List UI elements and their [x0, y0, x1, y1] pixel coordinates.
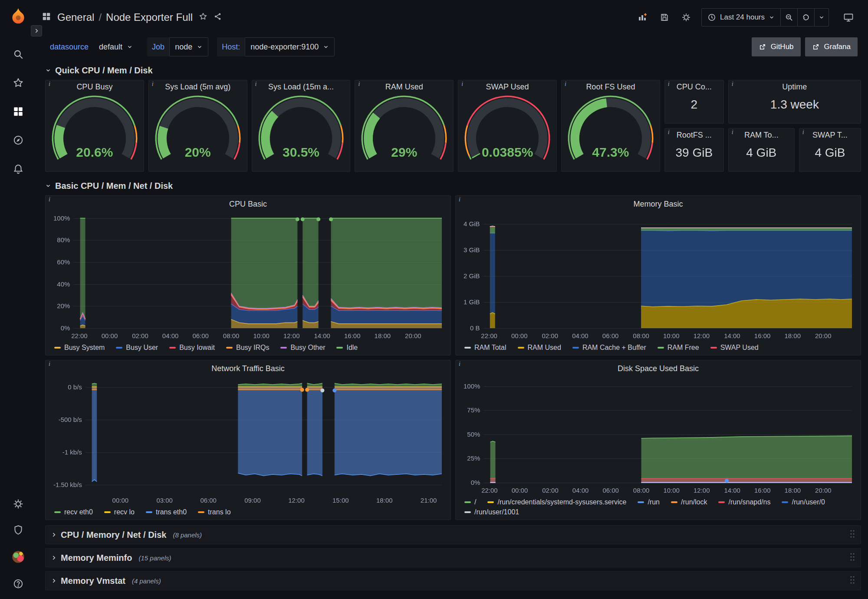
- panel-info-icon[interactable]: i: [49, 196, 50, 203]
- starred-dashboards-icon[interactable]: [13, 77, 24, 89]
- panel-title[interactable]: CPU Co...: [665, 80, 723, 93]
- panel-info-icon[interactable]: i: [668, 129, 670, 136]
- panel-info-icon[interactable]: i: [732, 81, 733, 88]
- panel-title[interactable]: Sys Load (5m avg): [149, 80, 247, 93]
- legend-item[interactable]: SWAP Used: [710, 344, 759, 352]
- row-header-quick-cpu-mem-disk[interactable]: Quick CPU / Mem / Disk: [45, 61, 861, 80]
- legend-item[interactable]: /run/lock: [671, 498, 707, 506]
- chart-canvas[interactable]: [460, 211, 856, 342]
- grafana-link-button[interactable]: Grafana: [805, 37, 858, 56]
- legend-item[interactable]: /: [464, 498, 476, 506]
- star-dashboard-icon[interactable]: [199, 12, 207, 23]
- variable-value-dropdown[interactable]: default: [93, 37, 138, 56]
- chart-plot-area[interactable]: [460, 211, 856, 342]
- row-header-cpu-memory-net-disk[interactable]: CPU / Memory / Net / Disk(8 panels): [45, 525, 861, 544]
- refresh-button[interactable]: [797, 9, 814, 26]
- gauge: 0.0385%: [463, 94, 552, 170]
- time-range-picker[interactable]: Last 24 hours: [702, 9, 780, 26]
- kiosk-mode-icon[interactable]: [839, 8, 858, 26]
- panel-info-icon[interactable]: i: [255, 81, 257, 88]
- legend-item[interactable]: Busy Iowait: [169, 344, 215, 352]
- dashboard-title[interactable]: Node Exporter Full: [106, 11, 193, 23]
- help-icon[interactable]: [13, 578, 24, 589]
- chart-canvas[interactable]: [50, 375, 446, 507]
- legend-item[interactable]: trans lo: [198, 508, 230, 516]
- legend-item[interactable]: Busy Other: [280, 344, 325, 352]
- dashboard-settings-gear-icon[interactable]: [677, 8, 695, 26]
- legend-swatch: [658, 347, 664, 349]
- row-drag-handle[interactable]: [849, 552, 855, 564]
- legend-item[interactable]: RAM Cache + Buffer: [572, 344, 646, 352]
- panel-title[interactable]: RootFS ...: [665, 128, 723, 142]
- panel-info-icon[interactable]: i: [459, 196, 460, 203]
- zoom-out-button[interactable]: [780, 9, 797, 26]
- panel-title[interactable]: CPU Busy: [46, 80, 144, 93]
- legend-item[interactable]: /run/snapd/ns: [718, 498, 770, 506]
- variable-value-dropdown[interactable]: node-exporter:9100: [245, 37, 335, 56]
- chart-plot-area[interactable]: [50, 375, 446, 507]
- alerting-bell-icon[interactable]: [13, 163, 24, 174]
- variable-value-dropdown[interactable]: node: [169, 37, 208, 56]
- legend-item[interactable]: Busy User: [116, 344, 158, 352]
- grafana-link-label: Grafana: [824, 43, 851, 51]
- legend-item[interactable]: trans eth0: [146, 508, 187, 516]
- panel-info-icon[interactable]: i: [459, 361, 460, 368]
- legend-item[interactable]: RAM Used: [518, 344, 561, 352]
- panel-info-icon[interactable]: i: [152, 81, 154, 88]
- legend-item[interactable]: Idle: [336, 344, 358, 352]
- panel-info-icon[interactable]: i: [732, 129, 733, 136]
- dashboard-grid-icon[interactable]: [42, 12, 51, 23]
- panel-info-icon[interactable]: i: [668, 81, 670, 88]
- panel-title[interactable]: RAM Used: [355, 80, 453, 93]
- panel-title[interactable]: Root FS Used: [562, 80, 660, 93]
- panel-info-icon[interactable]: i: [802, 129, 804, 136]
- sidebar-expand-toggle[interactable]: [31, 25, 42, 36]
- row-header-memory-vmstat[interactable]: Memory Vmstat(4 panels): [45, 571, 861, 590]
- share-icon[interactable]: [214, 12, 222, 23]
- breadcrumb-folder[interactable]: General: [57, 11, 94, 23]
- github-link-button[interactable]: GitHub: [752, 37, 801, 56]
- chart-plot-area[interactable]: [50, 211, 446, 342]
- chart-plot-area[interactable]: [460, 375, 856, 497]
- refresh-interval-dropdown[interactable]: [814, 9, 829, 26]
- panel-info-icon[interactable]: i: [461, 81, 463, 88]
- row-header-memory-meminfo[interactable]: Memory Meminfo(15 panels): [45, 548, 861, 567]
- legend-item[interactable]: /run/credentials/systemd-sysusers.servic…: [487, 498, 626, 506]
- settings-gear-icon[interactable]: [13, 498, 24, 510]
- legend-item[interactable]: /run: [638, 498, 660, 506]
- panel-title[interactable]: Uptime: [729, 80, 861, 93]
- panel-title[interactable]: Network Traffic Basic: [50, 362, 446, 375]
- legend-item[interactable]: recv lo: [104, 508, 135, 516]
- add-panel-icon[interactable]: [634, 8, 652, 26]
- legend-item[interactable]: RAM Free: [658, 344, 699, 352]
- chart-canvas[interactable]: [50, 211, 446, 342]
- explore-compass-icon[interactable]: [13, 135, 24, 146]
- row-drag-handle[interactable]: [849, 529, 855, 541]
- dashboards-icon[interactable]: [13, 106, 24, 117]
- legend-item[interactable]: /run/user/0: [782, 498, 825, 506]
- search-icon[interactable]: [13, 49, 24, 60]
- panel-title[interactable]: CPU Basic: [50, 197, 446, 211]
- panel-title[interactable]: SWAP Used: [458, 80, 556, 93]
- admin-shield-icon[interactable]: [13, 524, 24, 536]
- grafana-logo[interactable]: [9, 7, 27, 25]
- row-header-basic-cpu-mem-net-disk[interactable]: Basic CPU / Mem / Net / Disk: [45, 176, 861, 195]
- legend-item[interactable]: Busy IRQs: [226, 344, 269, 352]
- chart-canvas[interactable]: [460, 375, 856, 497]
- panel-info-icon[interactable]: i: [49, 361, 50, 368]
- panel-info-icon[interactable]: i: [565, 81, 566, 88]
- legend-item[interactable]: RAM Total: [464, 344, 506, 352]
- legend-item[interactable]: recv eth0: [54, 508, 93, 516]
- panel-info-icon[interactable]: i: [358, 81, 360, 88]
- panel-info-icon[interactable]: i: [49, 81, 50, 88]
- panel-title[interactable]: SWAP T...: [799, 128, 861, 142]
- panel-title[interactable]: Sys Load (15m a...: [252, 80, 350, 93]
- row-drag-handle[interactable]: [849, 575, 855, 587]
- legend-item[interactable]: Busy System: [54, 344, 105, 352]
- panel-title[interactable]: RAM To...: [729, 128, 794, 142]
- legend-item[interactable]: /run/user/1001: [464, 508, 519, 516]
- user-avatar[interactable]: [12, 550, 25, 563]
- panel-title[interactable]: Memory Basic: [460, 197, 856, 211]
- save-dashboard-icon[interactable]: [655, 8, 674, 26]
- panel-title[interactable]: Disk Space Used Basic: [460, 362, 856, 375]
